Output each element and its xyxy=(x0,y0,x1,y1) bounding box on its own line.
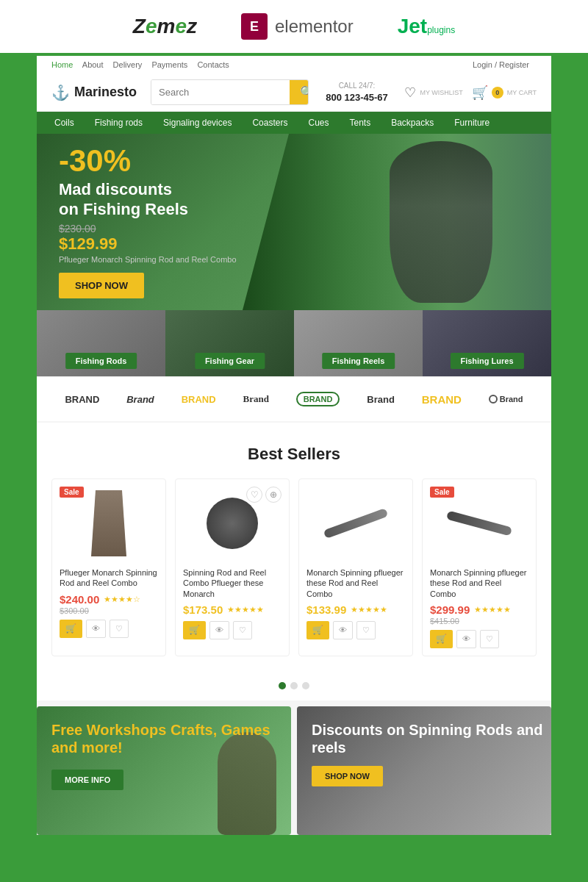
brand-3[interactable]: BRAND xyxy=(182,394,216,405)
phone-number: 800 123-45-67 xyxy=(320,91,393,104)
product-card-1: Sale Pflueger Monarch Spinning Rod and R… xyxy=(51,478,166,656)
cat-coasters[interactable]: Coasters xyxy=(242,112,298,134)
logo-bar: Zemez E elementor Jetplugins xyxy=(0,0,588,56)
nav-contacts[interactable]: Contacts xyxy=(197,60,229,69)
cat-signaling[interactable]: Signaling devices xyxy=(153,112,242,134)
cat-coils[interactable]: Coils xyxy=(44,112,85,134)
product-img-4: Sale xyxy=(430,487,528,560)
product-img-2: ♡ ⊕ xyxy=(183,487,282,560)
nav-about[interactable]: About xyxy=(82,60,104,69)
wishlist-label: MY WISHLIST xyxy=(420,89,462,96)
category-thumbnails: Fishing Rods Fishing Gear Fishing Reels … xyxy=(37,310,551,376)
cat-thumb-fishing-gear[interactable]: Fishing Gear xyxy=(165,310,294,376)
cart-button[interactable]: 🛒 0 MY CART xyxy=(472,85,537,101)
product-stars-1: ★★★★☆ xyxy=(104,595,140,604)
hero-new-price: $129.99 xyxy=(59,234,237,254)
pagination-dots xyxy=(37,671,551,700)
add-to-cart-1[interactable]: 🛒 xyxy=(60,620,82,638)
products-grid: Sale Pflueger Monarch Spinning Rod and R… xyxy=(51,478,537,656)
dot-3[interactable] xyxy=(302,682,309,689)
hero-person-silhouette xyxy=(390,141,492,303)
search-bar: 🔍 xyxy=(151,79,309,105)
site-logo: ⚓ Marinesto xyxy=(51,84,140,101)
wishlist-btn-action-4[interactable]: ♡ xyxy=(480,630,499,648)
header-actions: ♡ MY WISHLIST 🛒 0 MY CART xyxy=(404,85,537,101)
zemes-logo: Zemez xyxy=(133,15,197,38)
wishlist-btn-action-2[interactable]: ♡ xyxy=(233,621,252,639)
product-old-price-1: $300.00 xyxy=(60,606,158,615)
wishlist-1[interactable]: ♡ xyxy=(110,620,129,638)
search-button[interactable]: 🔍 xyxy=(290,80,309,104)
wishlist-btn-2[interactable]: ♡ xyxy=(246,487,262,503)
hero-title: Mad discounts on Fishing Reels xyxy=(59,180,237,219)
product-img-placeholder-1 xyxy=(87,490,131,556)
cat-thumb-fishing-rods[interactable]: Fishing Rods xyxy=(37,310,165,376)
elementor-icon: E xyxy=(241,13,268,40)
cat-backpacks[interactable]: Backpacks xyxy=(381,112,444,134)
fishing-reels-label: Fishing Reels xyxy=(322,353,395,369)
cat-thumb-fishing-lures[interactable]: Fishing Lures xyxy=(423,310,551,376)
hero-old-price: $230.00 xyxy=(59,223,237,234)
cat-fishing-rods[interactable]: Fishing rods xyxy=(85,112,153,134)
cat-cues[interactable]: Cues xyxy=(298,112,339,134)
category-nav: Coils Fishing rods Signaling devices Coa… xyxy=(37,112,551,134)
product-stars-2: ★★★★★ xyxy=(227,605,264,614)
product-actions-2: 🛒 👁 ♡ xyxy=(183,621,282,639)
site-header: ⚓ Marinesto 🔍 CALL 24/7: 800 123-45-67 ♡… xyxy=(37,74,551,112)
wishlist-button[interactable]: ♡ MY WISHLIST xyxy=(404,85,462,101)
product-card-3: Monarch Spinning pflueger these Rod and … xyxy=(298,478,413,656)
fishing-gear-label: Fishing Gear xyxy=(195,353,265,369)
product-img-3 xyxy=(306,487,405,560)
compare-btn-2[interactable]: ⊕ xyxy=(265,487,282,503)
banner-left-content: Free Workshops Crafts, Games and more! M… xyxy=(51,721,291,790)
dot-1[interactable] xyxy=(279,682,286,689)
bottom-banner-left: Free Workshops Crafts, Games and more! M… xyxy=(37,706,291,835)
brand-4[interactable]: Brand xyxy=(243,393,268,405)
shop-now-button-2[interactable]: SHOP NOW xyxy=(312,766,383,786)
top-nav-right: Login / Register xyxy=(473,60,537,69)
banner-right-content: Discounts on Spinning Rods and reels SHO… xyxy=(312,721,551,786)
quick-view-3[interactable]: 👁 xyxy=(333,621,353,639)
product-stars-4: ★★★★★ xyxy=(474,605,511,614)
add-to-cart-3[interactable]: 🛒 xyxy=(306,621,329,639)
product-actions-1: 🛒 👁 ♡ xyxy=(60,620,158,638)
more-info-button[interactable]: MORE INFO xyxy=(51,770,123,790)
best-sellers-title: Best Sellers xyxy=(51,445,537,464)
fishing-lures-label: Fishing Lures xyxy=(450,353,523,369)
hero-banner: -30% Mad discounts on Fishing Reels $230… xyxy=(37,134,551,310)
cat-furniture[interactable]: Furniture xyxy=(444,112,500,134)
search-input[interactable] xyxy=(151,80,290,104)
brand-bar: BRAND Brand BRAND Brand BRAND Brand BRAN… xyxy=(37,376,551,421)
brand-7[interactable]: BRAND xyxy=(422,393,462,406)
quick-view-1[interactable]: 👁 xyxy=(86,620,106,638)
brand-1[interactable]: BRAND xyxy=(65,394,99,405)
brand-6[interactable]: Brand xyxy=(367,394,395,405)
nav-home[interactable]: Home xyxy=(51,60,73,69)
wishlist-btn-action-3[interactable]: ♡ xyxy=(356,621,376,639)
banner-left-title: Free Workshops Crafts, Games and more! xyxy=(51,721,291,756)
top-nav-links: Home About Delivery Payments Contacts xyxy=(51,60,237,69)
cat-tents[interactable]: Tents xyxy=(340,112,381,134)
brand-2[interactable]: Brand xyxy=(126,394,154,405)
product-img-placeholder-4 xyxy=(446,511,512,537)
product-img-1: Sale xyxy=(60,487,158,560)
best-sellers-section: Best Sellers Sale Pflueger Monarch Spinn… xyxy=(37,423,551,671)
nav-payments[interactable]: Payments xyxy=(151,60,187,69)
dot-2[interactable] xyxy=(290,682,298,689)
nav-delivery[interactable]: Delivery xyxy=(113,60,143,69)
cart-badge: 0 xyxy=(492,87,503,98)
product-img-placeholder-2 xyxy=(207,498,258,549)
brand-5[interactable]: BRAND xyxy=(296,392,340,406)
hero-shop-now-button[interactable]: SHOP NOW xyxy=(59,273,144,298)
product-name-2: Spinning Rod and Reel Combo Pflueger the… xyxy=(183,567,282,599)
add-to-cart-2[interactable]: 🛒 xyxy=(183,621,206,639)
add-to-cart-4[interactable]: 🛒 xyxy=(430,630,453,648)
cat-thumb-fishing-reels[interactable]: Fishing Reels xyxy=(294,310,423,376)
brand-8[interactable]: Brand xyxy=(489,395,523,404)
cart-label: MY CART xyxy=(507,89,537,96)
quick-view-2[interactable]: 👁 xyxy=(209,621,229,639)
brand-circle-icon xyxy=(489,395,498,404)
bottom-banners: Free Workshops Crafts, Games and more! M… xyxy=(37,700,551,835)
login-register-link[interactable]: Login / Register xyxy=(473,60,529,69)
quick-view-4[interactable]: 👁 xyxy=(456,630,476,648)
